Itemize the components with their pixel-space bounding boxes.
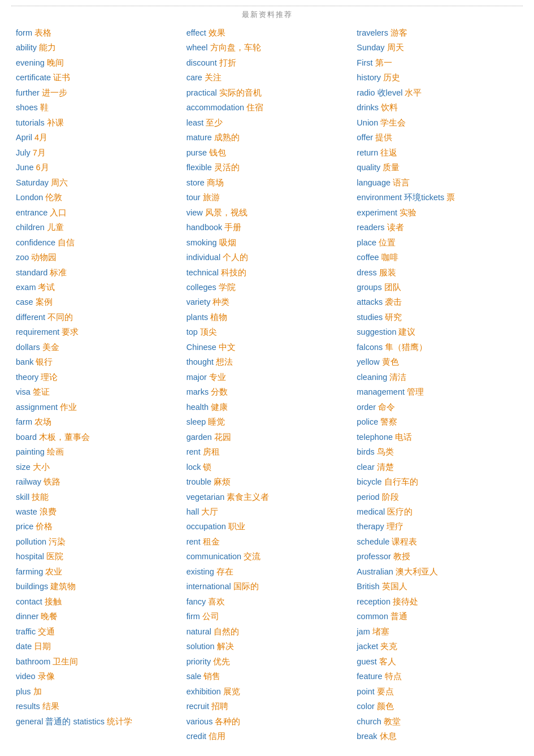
english-word: professor — [357, 550, 390, 563]
chinese-translation: 效果 — [209, 27, 225, 39]
english-word: major — [186, 371, 207, 383]
english-word: bathroom — [16, 655, 50, 668]
list-item: existing存在 — [186, 565, 348, 578]
english-word: readers — [357, 221, 384, 234]
english-word: railway — [16, 476, 41, 488]
english-word: trouble — [186, 476, 211, 488]
chinese-translation: 交通 — [38, 625, 55, 638]
english-word: drinks — [357, 101, 379, 114]
english-word: therapy — [357, 520, 384, 533]
list-item: sale销售 — [186, 670, 348, 682]
list-item: handbook手册 — [186, 221, 348, 234]
english-word: buildings — [16, 580, 48, 593]
chinese-translation: 休息 — [380, 730, 397, 742]
english-word: various — [186, 715, 213, 728]
chinese-translation: 4月 — [34, 131, 47, 144]
english-word: medical — [357, 506, 385, 518]
list-item: different不同的 — [16, 311, 177, 323]
list-item: color颜色 — [357, 700, 518, 712]
english-word: tour — [186, 191, 201, 204]
english-word: international — [186, 580, 231, 593]
chinese-translation: 污染 — [49, 535, 66, 548]
chinese-translation: 优先 — [213, 655, 230, 668]
list-item: wheel方向盘，车轮 — [186, 41, 348, 54]
english-word: handbook — [186, 221, 223, 234]
chinese-translation: 喜欢 — [208, 595, 225, 608]
english-word: bank — [16, 356, 33, 368]
chinese-translation: 解决 — [217, 640, 234, 653]
english-word: purse — [186, 146, 207, 159]
english-word: color — [357, 700, 374, 712]
chinese-translation: 进一步 — [42, 87, 67, 99]
list-item: drinks饮料 — [357, 101, 518, 114]
list-item: bank银行 — [16, 356, 177, 368]
list-item: jacket夹克 — [357, 640, 518, 653]
chinese-translation: 花园 — [214, 431, 231, 443]
list-item: Union学生会 — [357, 116, 518, 129]
chinese-translation: 历史 — [383, 71, 400, 84]
list-item: dress服装 — [357, 266, 518, 279]
chinese-translation: 往返 — [380, 146, 397, 159]
english-word: care — [186, 71, 202, 84]
english-word: bicycle — [357, 476, 381, 488]
list-item: effect效果 — [186, 27, 348, 39]
list-item: occupation职业 — [186, 520, 348, 533]
list-item: common普通 — [357, 610, 518, 623]
english-word: garden — [186, 431, 212, 443]
english-word: occupation — [186, 520, 226, 533]
english-word: cleaning — [357, 371, 387, 383]
chinese-translation: 要求 — [62, 326, 79, 338]
english-word: quality — [357, 161, 380, 174]
chinese-translation: 自然的 — [214, 625, 239, 638]
list-item: variety种类 — [186, 296, 348, 308]
list-item: bicycle自行车的 — [357, 476, 518, 488]
chinese-translation: 不同的 — [47, 311, 73, 323]
chinese-translation: 专业 — [209, 371, 226, 383]
list-item: recruit招聘 — [186, 700, 348, 712]
english-word: size — [16, 461, 31, 473]
english-word: period — [357, 491, 379, 503]
chinese-translation: 晚餐 — [41, 610, 58, 623]
list-item: hall大厅 — [186, 506, 348, 518]
english-word: evening — [16, 57, 45, 69]
list-item: smoking吸烟 — [186, 236, 348, 249]
chinese-translation: 颜色 — [377, 700, 394, 712]
english-word: April — [16, 131, 32, 144]
english-word: return — [357, 146, 378, 159]
chinese-translation: 阶段 — [382, 491, 399, 503]
list-item: June6月 — [16, 161, 177, 174]
list-item: dinner晚餐 — [16, 610, 177, 623]
list-item: least至少 — [186, 116, 348, 129]
list-item: further进一步 — [16, 87, 177, 99]
list-item: reception接待处 — [357, 595, 518, 608]
list-item: date日期 — [16, 640, 177, 653]
list-item: technical科技的 — [186, 266, 348, 279]
chinese-translation: 电话 — [395, 431, 412, 443]
english-word: schedule — [357, 535, 389, 548]
chinese-translation: 教堂 — [384, 715, 401, 728]
chinese-translation: 黄色 — [382, 356, 399, 368]
list-item: bathroom卫生间 — [16, 655, 177, 668]
list-item: history历史 — [357, 71, 518, 84]
list-item: priority优先 — [186, 655, 348, 668]
list-item: experiment实验 — [357, 206, 518, 219]
header-text: 最新资料推荐 — [242, 10, 293, 19]
chinese-translation: 位置 — [379, 236, 396, 249]
list-item: children儿童 — [16, 221, 177, 234]
english-word: natural — [186, 625, 211, 638]
list-item: readers读者 — [357, 221, 518, 234]
english-word: Sunday — [357, 41, 384, 54]
list-item: purse钱包 — [186, 146, 348, 159]
english-word: health — [186, 401, 209, 413]
list-item: zoo动物园 — [16, 251, 177, 263]
chinese-translation: 房租 — [203, 446, 220, 458]
chinese-translation: 植物 — [210, 311, 227, 323]
english-word: Australian — [357, 565, 393, 578]
chinese-translation: 销售 — [203, 670, 220, 682]
list-item: requirement要求 — [16, 326, 177, 338]
english-word: groups — [357, 281, 381, 293]
english-word: language — [357, 176, 390, 189]
english-word: flexible — [186, 161, 212, 174]
english-word: attacks — [357, 296, 383, 308]
chinese-translation: 科技的 — [221, 266, 246, 279]
